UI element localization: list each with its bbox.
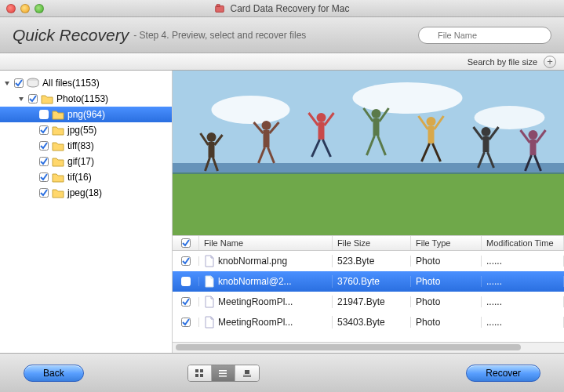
svg-rect-38 bbox=[373, 118, 380, 136]
view-mode-segment bbox=[187, 365, 260, 382]
folder-icon bbox=[52, 140, 64, 151]
table-body: knobNormal.png523.BytePhoto......knobNor… bbox=[173, 251, 564, 342]
subbar: Search by file size + bbox=[0, 53, 564, 71]
checkbox[interactable] bbox=[39, 188, 49, 198]
page-title: Quick Recovery bbox=[13, 26, 129, 45]
window-title: Card Data Recovery for Mac bbox=[230, 3, 349, 14]
file-tree: All files(1153) Photo(1153) png(964)jpg(… bbox=[0, 71, 173, 353]
tree-root-label: All files(1153) bbox=[42, 78, 100, 89]
file-type: Photo bbox=[411, 317, 482, 328]
recover-button[interactable]: Recover bbox=[466, 365, 540, 382]
file-modified: ...... bbox=[482, 296, 564, 307]
folder-icon bbox=[41, 93, 53, 104]
file-type: Photo bbox=[411, 256, 482, 267]
folder-icon bbox=[52, 109, 64, 120]
tree-photo[interactable]: Photo(1153) bbox=[0, 91, 172, 107]
drive-icon bbox=[27, 78, 39, 89]
file-size: 53403.Byte bbox=[333, 317, 411, 328]
svg-point-37 bbox=[372, 109, 381, 118]
checkbox[interactable] bbox=[39, 157, 49, 166]
disclosure-icon[interactable] bbox=[17, 95, 25, 103]
svg-rect-14 bbox=[173, 172, 564, 235]
svg-point-19 bbox=[207, 132, 217, 142]
checkbox[interactable] bbox=[39, 172, 49, 182]
svg-rect-68 bbox=[195, 374, 198, 377]
svg-rect-67 bbox=[200, 369, 203, 372]
search-input[interactable] bbox=[418, 27, 551, 44]
tree-item-label: tiff(83) bbox=[67, 140, 94, 151]
file-size: 21947.Byte bbox=[333, 296, 411, 307]
file-name: knobNormal@2... bbox=[218, 276, 292, 287]
checkbox[interactable] bbox=[181, 318, 191, 327]
table-row[interactable]: knobNormal.png523.BytePhoto...... bbox=[173, 251, 564, 271]
svg-rect-75 bbox=[243, 376, 251, 377]
tree-item-label: jpg(55) bbox=[67, 125, 96, 136]
titlebar: Card Data Recovery for Mac bbox=[0, 0, 564, 17]
checkbox[interactable] bbox=[39, 125, 49, 135]
tree-item[interactable]: gif(17) bbox=[0, 154, 172, 169]
svg-rect-44 bbox=[428, 126, 435, 143]
file-modified: ...... bbox=[482, 256, 564, 267]
file-modified: ...... bbox=[482, 317, 564, 328]
column-checkbox[interactable] bbox=[173, 236, 199, 250]
file-icon bbox=[204, 316, 215, 328]
checkbox[interactable] bbox=[181, 277, 191, 286]
footer: Back Recover bbox=[0, 353, 564, 392]
svg-point-16 bbox=[353, 82, 463, 114]
checkbox[interactable] bbox=[14, 78, 24, 88]
view-list-button[interactable] bbox=[212, 365, 235, 381]
tree-item[interactable]: jpeg(18) bbox=[0, 185, 172, 201]
svg-rect-18 bbox=[173, 163, 564, 174]
table-row[interactable]: MeetingRoomPl...53403.BytePhoto...... bbox=[173, 312, 564, 332]
svg-rect-26 bbox=[264, 130, 270, 147]
table-row[interactable]: MeetingRoomPl...21947.BytePhoto...... bbox=[173, 292, 564, 312]
back-button[interactable]: Back bbox=[24, 365, 84, 382]
svg-rect-72 bbox=[219, 376, 227, 377]
view-grid-button[interactable] bbox=[188, 365, 212, 381]
checkbox[interactable] bbox=[28, 94, 38, 103]
column-size[interactable]: File Size bbox=[333, 236, 411, 250]
tree-item-label: tif(16) bbox=[67, 172, 92, 183]
tree-item[interactable]: tiff(83) bbox=[0, 138, 172, 154]
file-type: Photo bbox=[411, 296, 482, 307]
column-name[interactable]: File Name bbox=[199, 236, 333, 250]
file-icon bbox=[204, 296, 215, 308]
svg-rect-70 bbox=[219, 370, 227, 372]
svg-rect-32 bbox=[318, 122, 325, 140]
svg-point-17 bbox=[475, 106, 545, 129]
tree-photo-label: Photo(1153) bbox=[56, 93, 108, 104]
file-size: 523.Byte bbox=[333, 256, 411, 267]
header: Quick Recovery - Step 4. Preview, select… bbox=[0, 17, 564, 53]
svg-point-43 bbox=[427, 117, 436, 126]
checkbox[interactable] bbox=[39, 141, 49, 151]
add-filter-button[interactable]: + bbox=[544, 56, 556, 68]
table-row[interactable]: knobNormal@2...3760.BytePhoto...... bbox=[173, 271, 564, 292]
tree-root[interactable]: All files(1153) bbox=[0, 75, 172, 91]
svg-rect-1 bbox=[217, 4, 220, 6]
svg-rect-69 bbox=[200, 374, 203, 377]
search-by-size-label: Search by file size bbox=[468, 57, 537, 67]
column-modified[interactable]: Modification Time bbox=[482, 236, 564, 250]
checkbox[interactable] bbox=[39, 110, 49, 119]
folder-icon bbox=[52, 187, 64, 198]
preview-image bbox=[173, 71, 564, 235]
file-name: knobNormal.png bbox=[218, 256, 287, 267]
svg-rect-20 bbox=[209, 142, 215, 158]
svg-point-49 bbox=[482, 127, 491, 136]
tree-item[interactable]: jpg(55) bbox=[0, 122, 172, 138]
checkbox[interactable] bbox=[181, 297, 191, 307]
view-coverflow-button[interactable] bbox=[235, 365, 259, 381]
checkbox[interactable] bbox=[181, 256, 191, 266]
file-name: MeetingRoomPl... bbox=[218, 317, 293, 328]
disclosure-icon[interactable] bbox=[3, 79, 11, 87]
column-type[interactable]: File Type bbox=[411, 236, 482, 250]
file-modified: ...... bbox=[482, 276, 564, 287]
tree-item[interactable]: png(964) bbox=[0, 107, 172, 122]
horizontal-scrollbar[interactable] bbox=[173, 342, 564, 353]
file-type: Photo bbox=[411, 276, 482, 287]
svg-rect-71 bbox=[219, 372, 227, 374]
svg-point-15 bbox=[212, 96, 290, 124]
tree-item[interactable]: tif(16) bbox=[0, 169, 172, 185]
app-icon bbox=[214, 3, 225, 14]
file-icon bbox=[204, 255, 215, 267]
